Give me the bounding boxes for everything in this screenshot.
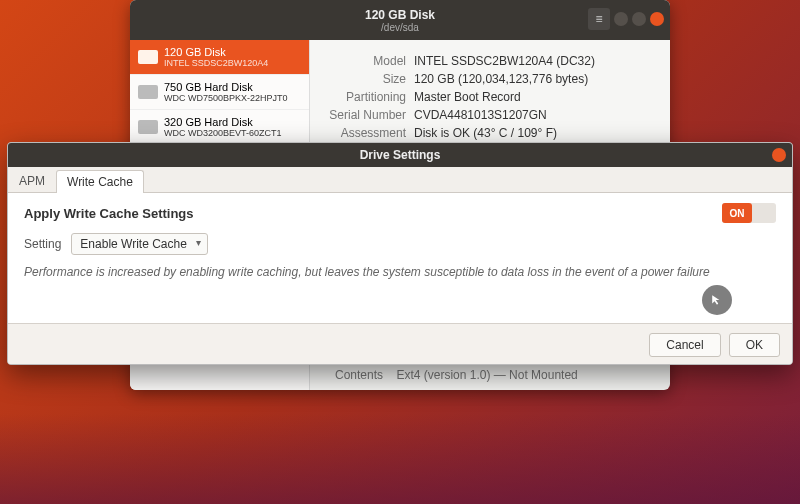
sidebar-item-disk-0[interactable]: 120 GB Disk INTEL SSDSC2BW120A4 xyxy=(130,40,309,75)
value-assessment: Disk is OK (43° C / 109° F) xyxy=(414,126,656,140)
write-cache-description: Performance is increased by enabling wri… xyxy=(24,265,776,279)
value-serial: CVDA4481013S1207GN xyxy=(414,108,656,122)
label-contents: Contents xyxy=(335,368,383,382)
setting-label: Setting xyxy=(24,237,61,251)
label-assessment: Assessment xyxy=(324,126,414,140)
device-name: 320 GB Hard Disk xyxy=(164,116,282,128)
sidebar-item-disk-1[interactable]: 750 GB Hard Disk WDC WD7500BPKX-22HPJT0 xyxy=(130,75,309,110)
write-cache-combo-value: Enable Write Cache xyxy=(80,237,187,251)
contents-row: Contents Ext4 (version 1.0) — Not Mounte… xyxy=(335,368,578,382)
value-partitioning: Master Boot Record xyxy=(414,90,656,104)
apply-write-cache-heading: Apply Write Cache Settings xyxy=(24,206,194,221)
device-sub: INTEL SSDSC2BW120A4 xyxy=(164,58,268,68)
mouse-cursor-indicator xyxy=(702,285,732,315)
maximize-icon[interactable] xyxy=(632,12,646,26)
drive-icon xyxy=(138,120,158,134)
dialog-body: Apply Write Cache Settings ON Setting En… xyxy=(8,193,792,323)
cursor-icon xyxy=(711,294,723,306)
tab-apm[interactable]: APM xyxy=(8,169,56,192)
label-serial: Serial Number xyxy=(324,108,414,122)
cancel-button[interactable]: Cancel xyxy=(649,333,720,357)
device-name: 120 GB Disk xyxy=(164,46,268,58)
dialog-close-icon[interactable] xyxy=(772,148,786,162)
drive-settings-dialog: Drive Settings APM Write Cache Apply Wri… xyxy=(7,142,793,365)
dialog-titlebar: Drive Settings xyxy=(8,143,792,167)
device-sub: WDC WD7500BPKX-22HPJT0 xyxy=(164,93,288,103)
toggle-on-label: ON xyxy=(722,203,752,223)
label-model: Model xyxy=(324,54,414,68)
apply-write-cache-toggle[interactable]: ON xyxy=(722,203,776,223)
label-size: Size xyxy=(324,72,414,86)
drive-icon xyxy=(138,85,158,99)
ok-button[interactable]: OK xyxy=(729,333,780,357)
dialog-title: Drive Settings xyxy=(360,148,441,162)
label-partitioning: Partitioning xyxy=(324,90,414,104)
value-contents: Ext4 (version 1.0) — Not Mounted xyxy=(396,368,577,382)
disks-titlebar: 120 GB Disk /dev/sda ≡ xyxy=(130,0,670,40)
device-name: 750 GB Hard Disk xyxy=(164,81,288,93)
value-model: INTEL SSDSC2BW120A4 (DC32) xyxy=(414,54,656,68)
close-icon[interactable] xyxy=(650,12,664,26)
dialog-footer: Cancel OK xyxy=(8,323,792,365)
dialog-tabs: APM Write Cache xyxy=(8,167,792,193)
minimize-icon[interactable] xyxy=(614,12,628,26)
value-size: 120 GB (120,034,123,776 bytes) xyxy=(414,72,656,86)
disks-title: 120 GB Disk xyxy=(365,8,435,22)
hamburger-menu-button[interactable]: ≡ xyxy=(588,8,610,30)
tab-write-cache[interactable]: Write Cache xyxy=(56,170,144,193)
disks-subtitle: /dev/sda xyxy=(381,22,419,33)
window-controls: ≡ xyxy=(588,8,664,30)
sidebar-item-disk-2[interactable]: 320 GB Hard Disk WDC WD3200BEVT-60ZCT1 xyxy=(130,110,309,145)
drive-icon xyxy=(138,50,158,64)
device-sub: WDC WD3200BEVT-60ZCT1 xyxy=(164,128,282,138)
write-cache-combo[interactable]: Enable Write Cache xyxy=(71,233,208,255)
